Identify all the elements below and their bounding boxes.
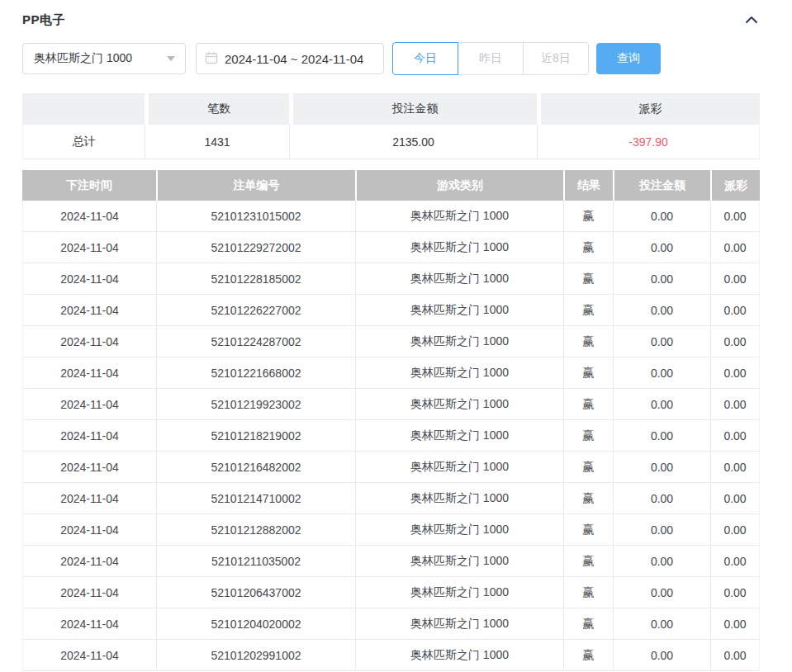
cell-payout: 0.00: [710, 420, 760, 452]
header-game-category: 游戏类别: [355, 170, 563, 201]
cell-result: 赢: [563, 514, 613, 546]
table-row: 2024-11-04 52101229272002 奥林匹斯之门 1000 赢 …: [22, 232, 760, 263]
cell-bet-amount: 0.00: [613, 608, 710, 640]
summary-total-label: 总计: [22, 125, 145, 159]
cell-game-category: 奥林匹斯之门 1000: [355, 546, 563, 577]
cell-bet-time: 2024-11-04: [22, 514, 156, 546]
cell-order-number: 52101216482002: [156, 452, 355, 483]
table-row: 2024-11-04 52101216482002 奥林匹斯之门 1000 赢 …: [22, 452, 760, 483]
cell-result: 赢: [563, 357, 613, 389]
records-header-row: 下注时间 注单编号 游戏类别 结果 投注金额 派彩: [22, 170, 760, 201]
game-select[interactable]: 奥林匹斯之门 1000: [22, 43, 186, 74]
today-button[interactable]: 今日: [392, 42, 458, 75]
caret-down-icon: [167, 56, 175, 61]
cell-bet-time: 2024-11-04: [22, 608, 156, 640]
cell-payout: 0.00: [710, 232, 760, 263]
cell-game-category: 奥林匹斯之门 1000: [355, 357, 563, 389]
cell-game-category: 奥林匹斯之门 1000: [355, 420, 563, 452]
collapse-panel-button[interactable]: [743, 14, 760, 26]
cell-bet-time: 2024-11-04: [22, 420, 156, 452]
cell-order-number: 52101211035002: [156, 546, 355, 577]
date-range-value: 2024-11-04 ~ 2024-11-04: [225, 52, 363, 66]
cell-payout: 0.00: [710, 483, 760, 514]
cell-game-category: 奥林匹斯之门 1000: [355, 263, 563, 295]
chevron-up-icon: [745, 14, 758, 26]
summary-table: 笔数 投注金额 派彩 总计 1431 2135.00 -397.90: [22, 93, 760, 159]
cell-payout: 0.00: [710, 514, 760, 546]
bet-records-table: 下注时间 注单编号 游戏类别 结果 投注金额 派彩 2024-11-04 521…: [22, 170, 760, 671]
table-row: 2024-11-04 52101202991002 奥林匹斯之门 1000 赢 …: [22, 640, 760, 671]
cell-order-number: 52101231015002: [156, 201, 355, 232]
cell-order-number: 52101226227002: [156, 295, 355, 326]
summary-header-payout: 派彩: [537, 93, 760, 125]
cell-bet-amount: 0.00: [613, 389, 710, 420]
cell-bet-amount: 0.00: [613, 263, 710, 295]
cell-bet-time: 2024-11-04: [22, 263, 156, 295]
cell-game-category: 奥林匹斯之门 1000: [355, 389, 563, 420]
table-row: 2024-11-04 52101228185002 奥林匹斯之门 1000 赢 …: [22, 263, 760, 295]
cell-order-number: 52101219923002: [156, 389, 355, 420]
quick-date-button-group: 今日 昨日 近8日: [392, 42, 589, 75]
header-payout: 派彩: [710, 170, 760, 201]
cell-bet-time: 2024-11-04: [22, 201, 156, 232]
cell-bet-time: 2024-11-04: [22, 326, 156, 357]
cell-result: 赢: [563, 295, 613, 326]
cell-bet-time: 2024-11-04: [22, 640, 156, 671]
table-row: 2024-11-04 52101231015002 奥林匹斯之门 1000 赢 …: [22, 201, 760, 232]
cell-game-category: 奥林匹斯之门 1000: [355, 232, 563, 263]
cell-order-number: 52101229272002: [156, 232, 355, 263]
cell-bet-amount: 0.00: [613, 640, 710, 671]
cell-result: 赢: [563, 232, 613, 263]
cell-result: 赢: [563, 201, 613, 232]
cell-game-category: 奥林匹斯之门 1000: [355, 326, 563, 357]
cell-payout: 0.00: [710, 389, 760, 420]
cell-bet-time: 2024-11-04: [22, 295, 156, 326]
cell-bet-time: 2024-11-04: [22, 389, 156, 420]
cell-bet-amount: 0.00: [613, 295, 710, 326]
cell-order-number: 52101206437002: [156, 577, 355, 608]
summary-header-count: 笔数: [145, 93, 289, 125]
cell-payout: 0.00: [710, 295, 760, 326]
cell-bet-amount: 0.00: [613, 232, 710, 263]
yesterday-button[interactable]: 昨日: [458, 42, 524, 75]
summary-total-row: 总计 1431 2135.00 -397.90: [22, 125, 760, 159]
cell-bet-time: 2024-11-04: [22, 546, 156, 577]
cell-payout: 0.00: [710, 640, 760, 671]
table-row: 2024-11-04 52101214710002 奥林匹斯之门 1000 赢 …: [22, 483, 760, 514]
table-row: 2024-11-04 52101212882002 奥林匹斯之门 1000 赢 …: [22, 514, 760, 546]
query-button[interactable]: 查询: [596, 43, 661, 74]
cell-result: 赢: [563, 640, 613, 671]
summary-total-bet-amount: 2135.00: [289, 125, 537, 159]
cell-bet-amount: 0.00: [613, 357, 710, 389]
header-result: 结果: [563, 170, 613, 201]
summary-total-count: 1431: [145, 125, 289, 159]
game-select-value: 奥林匹斯之门 1000: [34, 51, 162, 66]
cell-order-number: 52101204020002: [156, 608, 355, 640]
cell-bet-amount: 0.00: [613, 514, 710, 546]
pp-electronic-panel: PP电子 奥林匹斯之门 1000: [0, 0, 792, 672]
cell-game-category: 奥林匹斯之门 1000: [355, 452, 563, 483]
cell-order-number: 52101218219002: [156, 420, 355, 452]
cell-payout: 0.00: [710, 577, 760, 608]
table-row: 2024-11-04 52101226227002 奥林匹斯之门 1000 赢 …: [22, 295, 760, 326]
cell-order-number: 52101221668002: [156, 357, 355, 389]
header-bet-amount: 投注金额: [613, 170, 710, 201]
cell-result: 赢: [563, 577, 613, 608]
last-8-days-button[interactable]: 近8日: [523, 42, 589, 75]
cell-payout: 0.00: [710, 452, 760, 483]
cell-result: 赢: [563, 452, 613, 483]
cell-payout: 0.00: [710, 326, 760, 357]
table-row: 2024-11-04 52101224287002 奥林匹斯之门 1000 赢 …: [22, 326, 760, 357]
date-range-input[interactable]: 2024-11-04 ~ 2024-11-04: [196, 43, 384, 74]
cell-order-number: 52101228185002: [156, 263, 355, 295]
cell-bet-amount: 0.00: [613, 201, 710, 232]
cell-bet-amount: 0.00: [613, 577, 710, 608]
cell-payout: 0.00: [710, 263, 760, 295]
cell-order-number: 52101214710002: [156, 483, 355, 514]
panel-header: PP电子: [22, 11, 760, 29]
cell-bet-time: 2024-11-04: [22, 357, 156, 389]
table-row: 2024-11-04 52101221668002 奥林匹斯之门 1000 赢 …: [22, 357, 760, 389]
cell-payout: 0.00: [710, 357, 760, 389]
cell-result: 赢: [563, 263, 613, 295]
cell-result: 赢: [563, 608, 613, 640]
